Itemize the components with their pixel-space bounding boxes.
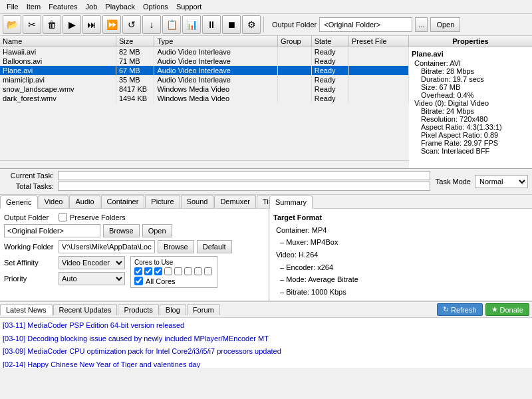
prop-item: Pixel Aspect Ratio: 0.89 bbox=[412, 131, 529, 139]
total-task-row: Total Tasks: bbox=[4, 182, 430, 191]
toolbar-sep bbox=[263, 17, 264, 33]
core-6[interactable] bbox=[184, 267, 192, 275]
output-folder-label: Output Folder bbox=[272, 21, 317, 29]
tab-video[interactable]: Video bbox=[39, 195, 69, 208]
toolbar-stop[interactable]: ⏹ bbox=[222, 15, 241, 34]
cell-preset bbox=[348, 94, 408, 103]
refresh-button[interactable]: ↻ Refresh bbox=[437, 303, 483, 316]
menu-options[interactable]: Options bbox=[139, 1, 172, 12]
toolbar-clipboard[interactable]: 📋 bbox=[162, 15, 181, 34]
set-affinity-select[interactable]: Video Encoder Audio Encoder Muxer bbox=[59, 256, 125, 269]
col-state[interactable]: State bbox=[311, 36, 348, 47]
summary-item: Container: MP4 bbox=[273, 224, 528, 237]
working-folder-input[interactable] bbox=[59, 240, 155, 253]
news-tab-products[interactable]: Products bbox=[118, 304, 158, 315]
toolbar-cut[interactable]: ✂ bbox=[23, 15, 41, 34]
table-row[interactable]: Plane.avi67 MBAudio Video InterleaveRead… bbox=[0, 66, 409, 75]
prop-item: Size: 67 MB bbox=[412, 83, 529, 91]
col-group[interactable]: Group bbox=[278, 36, 312, 47]
summary-item: – Bitrate: 1000 Kbps bbox=[273, 286, 528, 299]
output-folder-tab-input[interactable] bbox=[4, 224, 100, 237]
toolbar-skip[interactable]: ⏭ bbox=[82, 15, 101, 34]
news-item[interactable]: [03-10] Decoding blocking issue caused b… bbox=[3, 332, 529, 346]
all-cores-checkbox[interactable] bbox=[134, 277, 143, 285]
core-5[interactable] bbox=[174, 267, 182, 275]
toolbar-refresh[interactable]: ↺ bbox=[122, 15, 141, 34]
preserve-folders-checkbox[interactable] bbox=[59, 213, 67, 221]
refresh-icon: ↻ bbox=[443, 305, 449, 314]
tab-picture[interactable]: Picture bbox=[145, 195, 180, 208]
core-7[interactable] bbox=[194, 267, 202, 275]
col-size[interactable]: Size bbox=[116, 36, 154, 47]
summary-item: – Mode: Average Bitrate bbox=[273, 273, 528, 286]
col-preset[interactable]: Preset File bbox=[348, 36, 408, 47]
cell-group bbox=[278, 47, 312, 57]
news-tab-updates[interactable]: Recent Updates bbox=[53, 304, 118, 315]
toolbar: 📂 ✂ 🗑 ▶ ⏭ ⏩ ↺ ↓ 📋 📊 ⏸ ⏹ ⚙ Output Folder … bbox=[0, 14, 532, 36]
cell-size: 8417 KB bbox=[116, 84, 154, 94]
table-row[interactable]: Hawaii.avi82 MBAudio Video InterleaveRea… bbox=[0, 47, 409, 57]
core-4[interactable] bbox=[164, 267, 172, 275]
cell-type: Audio Video Interleave bbox=[154, 66, 278, 75]
toolbar-open[interactable]: 📂 bbox=[3, 15, 21, 34]
core-2[interactable] bbox=[144, 267, 152, 275]
table-row[interactable]: miamiclip.avi35 MBAudio Video Interleave… bbox=[0, 75, 409, 84]
output-open-tab-btn[interactable]: Open bbox=[142, 224, 172, 237]
core-8[interactable] bbox=[204, 267, 212, 275]
tab-container[interactable]: Container bbox=[101, 195, 145, 208]
news-tab-forum[interactable]: Forum bbox=[187, 304, 220, 315]
table-row[interactable]: snow_landscape.wmv8417 KBWindows Media V… bbox=[0, 84, 409, 94]
news-item[interactable]: [02-14] Happy Chinese New Year of Tiger … bbox=[3, 358, 529, 368]
table-row[interactable]: dark_forest.wmv1494 KBWindows Media Vide… bbox=[0, 94, 409, 103]
current-task-progress bbox=[58, 171, 430, 180]
menu-job[interactable]: Job bbox=[82, 1, 102, 12]
table-row[interactable]: Balloons.avi71 MBAudio Video InterleaveR… bbox=[0, 57, 409, 66]
col-type[interactable]: Type bbox=[154, 36, 278, 47]
news-content: [03-11] MediaCoder PSP Edition 64-bit ve… bbox=[0, 318, 532, 368]
current-task-row: Current Task: bbox=[4, 171, 430, 180]
cell-name: Plane.avi bbox=[0, 66, 116, 75]
cell-type: Audio Video Interleave bbox=[154, 57, 278, 66]
priority-select[interactable]: Auto Low Normal High bbox=[59, 272, 125, 285]
tab-demuxer[interactable]: Demuxer bbox=[214, 195, 256, 208]
toolbar-download[interactable]: ↓ bbox=[142, 15, 161, 34]
core-3[interactable] bbox=[154, 267, 162, 275]
menu-support[interactable]: Support bbox=[172, 1, 206, 12]
output-browse-button[interactable]: ... bbox=[415, 17, 428, 32]
news-item[interactable]: [03-09] MediaCoder CPU optimization pack… bbox=[3, 345, 529, 358]
horizontal-scrollbar[interactable] bbox=[0, 160, 409, 168]
tab-sound[interactable]: Sound bbox=[181, 195, 214, 208]
toolbar-delete[interactable]: 🗑 bbox=[43, 15, 61, 34]
core-1[interactable] bbox=[134, 267, 142, 275]
cell-preset bbox=[348, 57, 408, 66]
menu-item[interactable]: Item bbox=[23, 1, 45, 12]
output-browse-tab-btn[interactable]: Browse bbox=[103, 224, 140, 237]
tab-summary[interactable]: Summary bbox=[269, 196, 313, 209]
working-default-btn[interactable]: Default bbox=[197, 240, 232, 253]
menu-playback[interactable]: Playback bbox=[101, 1, 139, 12]
toolbar-fast[interactable]: ⏩ bbox=[102, 15, 121, 34]
toolbar-chart[interactable]: 📊 bbox=[182, 15, 201, 34]
donate-icon: ★ bbox=[491, 305, 498, 314]
menu-file[interactable]: File bbox=[3, 1, 23, 12]
output-folder-input[interactable] bbox=[319, 17, 412, 32]
col-name[interactable]: Name bbox=[0, 36, 116, 47]
cell-group bbox=[278, 84, 312, 94]
tab-audio[interactable]: Audio bbox=[69, 195, 100, 208]
prop-item: Resolution: 720x480 bbox=[412, 115, 529, 123]
task-mode-select[interactable]: Normal Batch Auto bbox=[475, 175, 528, 188]
file-table-wrapper[interactable]: Name Size Type Group State Preset File H… bbox=[0, 36, 409, 160]
tab-generic[interactable]: Generic bbox=[0, 196, 38, 209]
toolbar-play[interactable]: ▶ bbox=[63, 15, 81, 34]
donate-button[interactable]: ★ Donate bbox=[485, 303, 529, 316]
menu-features[interactable]: Features bbox=[45, 1, 81, 12]
output-open-button[interactable]: Open bbox=[430, 17, 460, 32]
cell-state: Ready bbox=[311, 94, 348, 103]
task-bar-left: Current Task: Total Tasks: bbox=[4, 171, 430, 192]
toolbar-pause[interactable]: ⏸ bbox=[202, 15, 221, 34]
toolbar-settings[interactable]: ⚙ bbox=[242, 15, 261, 34]
news-item[interactable]: [03-11] MediaCoder PSP Edition 64-bit ve… bbox=[3, 319, 529, 332]
news-tab-blog[interactable]: Blog bbox=[160, 304, 186, 315]
news-tab-latest[interactable]: Latest News bbox=[0, 304, 53, 315]
working-browse-btn[interactable]: Browse bbox=[158, 240, 194, 253]
